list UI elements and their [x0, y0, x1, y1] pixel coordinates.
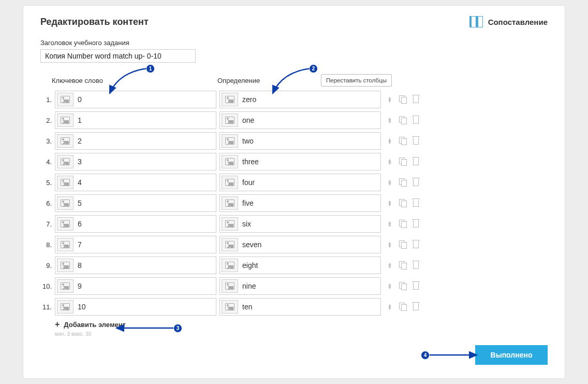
- image-button[interactable]: [222, 196, 238, 210]
- duplicate-button[interactable]: [399, 303, 406, 310]
- definition-text[interactable]: zero: [242, 95, 379, 104]
- keyword-text[interactable]: 5: [78, 199, 214, 207]
- image-button[interactable]: [57, 238, 74, 251]
- image-button[interactable]: [57, 93, 74, 106]
- keyword-text[interactable]: 10: [78, 303, 214, 311]
- keyword-cell[interactable]: 6: [55, 215, 216, 233]
- keyword-text[interactable]: 7: [78, 240, 214, 249]
- delete-button[interactable]: [412, 200, 419, 207]
- keyword-cell[interactable]: 3: [55, 153, 216, 170]
- definition-text[interactable]: seven: [242, 240, 379, 249]
- duplicate-button[interactable]: [399, 179, 406, 186]
- image-button[interactable]: [57, 300, 74, 314]
- keyword-text[interactable]: 8: [78, 261, 214, 269]
- definition-cell[interactable]: five: [219, 194, 381, 212]
- keyword-cell[interactable]: 4: [55, 174, 216, 191]
- image-button[interactable]: [222, 238, 238, 251]
- image-button[interactable]: [222, 155, 238, 168]
- duplicate-button[interactable]: [399, 241, 406, 248]
- definition-text[interactable]: nine: [242, 282, 379, 290]
- title-input[interactable]: [40, 49, 196, 63]
- image-button[interactable]: [57, 217, 74, 231]
- definition-cell[interactable]: six: [219, 215, 381, 233]
- swap-columns-button[interactable]: Переставить столбцы: [321, 74, 392, 87]
- definition-cell[interactable]: two: [219, 132, 381, 150]
- definition-cell[interactable]: ten: [219, 298, 381, 316]
- definition-cell[interactable]: four: [219, 174, 381, 191]
- drag-handle-icon[interactable]: ▲▼: [386, 179, 393, 186]
- drag-handle-icon[interactable]: ▲▼: [386, 220, 393, 227]
- image-button[interactable]: [222, 93, 238, 106]
- image-button[interactable]: [222, 134, 238, 148]
- definition-cell[interactable]: one: [219, 111, 381, 129]
- duplicate-button[interactable]: [399, 96, 406, 103]
- delete-button[interactable]: [412, 220, 419, 227]
- drag-handle-icon[interactable]: ▲▼: [386, 262, 393, 269]
- image-button[interactable]: [57, 134, 74, 148]
- delete-button[interactable]: [412, 117, 419, 124]
- duplicate-button[interactable]: [399, 282, 406, 290]
- definition-cell[interactable]: seven: [219, 236, 381, 253]
- image-button[interactable]: [57, 259, 74, 272]
- keyword-text[interactable]: 9: [78, 282, 214, 290]
- keyword-cell[interactable]: 7: [55, 236, 216, 253]
- duplicate-button[interactable]: [399, 200, 406, 207]
- duplicate-button[interactable]: [399, 262, 406, 269]
- keyword-text[interactable]: 2: [78, 137, 214, 145]
- keyword-cell[interactable]: 10: [55, 298, 216, 316]
- definition-cell[interactable]: three: [219, 153, 381, 170]
- delete-button[interactable]: [412, 179, 419, 186]
- definition-text[interactable]: three: [242, 158, 379, 166]
- image-button[interactable]: [57, 196, 74, 210]
- keyword-cell[interactable]: 2: [55, 132, 216, 150]
- definition-cell[interactable]: zero: [219, 91, 381, 108]
- done-button[interactable]: Выполнено: [475, 345, 548, 365]
- drag-handle-icon[interactable]: ▲▼: [386, 282, 393, 290]
- image-button[interactable]: [57, 113, 74, 127]
- keyword-cell[interactable]: 0: [55, 91, 216, 108]
- image-button[interactable]: [57, 279, 74, 293]
- drag-handle-icon[interactable]: ▲▼: [386, 96, 393, 103]
- definition-text[interactable]: two: [242, 137, 379, 145]
- definition-text[interactable]: five: [242, 199, 379, 207]
- image-button[interactable]: [222, 176, 238, 189]
- definition-text[interactable]: six: [242, 220, 379, 228]
- image-button[interactable]: [222, 279, 238, 293]
- keyword-text[interactable]: 1: [78, 116, 214, 124]
- delete-button[interactable]: [412, 241, 419, 248]
- delete-button[interactable]: [412, 137, 419, 145]
- keyword-text[interactable]: 3: [78, 158, 214, 166]
- delete-button[interactable]: [412, 96, 419, 103]
- definition-cell[interactable]: nine: [219, 277, 381, 295]
- duplicate-button[interactable]: [399, 117, 406, 124]
- image-button[interactable]: [57, 155, 74, 168]
- delete-button[interactable]: [412, 282, 419, 290]
- definition-cell[interactable]: eight: [219, 257, 381, 274]
- definition-text[interactable]: ten: [242, 303, 379, 311]
- duplicate-button[interactable]: [399, 158, 406, 165]
- image-button[interactable]: [222, 300, 238, 314]
- drag-handle-icon[interactable]: ▲▼: [386, 241, 393, 248]
- keyword-cell[interactable]: 5: [55, 194, 216, 212]
- add-item-button[interactable]: + Добавить элемент: [55, 320, 548, 329]
- delete-button[interactable]: [412, 303, 419, 310]
- definition-text[interactable]: one: [242, 116, 379, 124]
- drag-handle-icon[interactable]: ▲▼: [386, 303, 393, 310]
- delete-button[interactable]: [412, 262, 419, 269]
- keyword-cell[interactable]: 9: [55, 277, 216, 295]
- keyword-cell[interactable]: 1: [55, 111, 216, 129]
- definition-text[interactable]: four: [242, 178, 379, 187]
- keyword-cell[interactable]: 8: [55, 257, 216, 274]
- keyword-text[interactable]: 4: [78, 178, 214, 187]
- drag-handle-icon[interactable]: ▲▼: [386, 200, 393, 207]
- keyword-text[interactable]: 0: [78, 95, 214, 104]
- template-type[interactable]: Сопоставление: [469, 16, 548, 27]
- duplicate-button[interactable]: [399, 137, 406, 145]
- image-button[interactable]: [57, 176, 74, 189]
- definition-text[interactable]: eight: [242, 261, 379, 269]
- image-button[interactable]: [222, 259, 238, 272]
- drag-handle-icon[interactable]: ▲▼: [386, 158, 393, 165]
- image-button[interactable]: [222, 217, 238, 231]
- keyword-text[interactable]: 6: [78, 220, 214, 228]
- image-button[interactable]: [222, 113, 238, 127]
